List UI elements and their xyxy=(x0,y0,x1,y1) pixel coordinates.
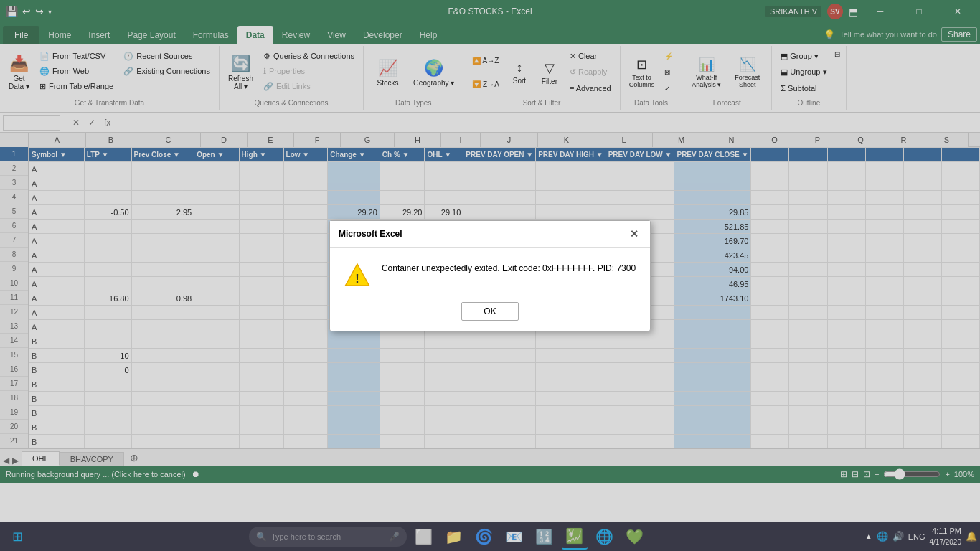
error-dialog: Microsoft Excel ✕ ! Container unexpected… xyxy=(329,220,651,331)
dialog-close-button[interactable]: ✕ xyxy=(627,227,641,241)
svg-text:!: ! xyxy=(355,271,359,284)
warning-icon: ! xyxy=(344,262,370,288)
dialog-titlebar: Microsoft Excel ✕ xyxy=(330,221,650,248)
dialog-overlay: Microsoft Excel ✕ ! Container unexpected… xyxy=(0,0,980,551)
dialog-title: Microsoft Excel xyxy=(339,229,402,239)
dialog-footer: OK xyxy=(330,295,650,331)
dialog-ok-button[interactable]: OK xyxy=(461,302,518,321)
dialog-message-text: Container unexpectedly exited. Exit code… xyxy=(382,262,636,275)
dialog-body: ! Container unexpectedly exited. Exit co… xyxy=(330,248,650,295)
